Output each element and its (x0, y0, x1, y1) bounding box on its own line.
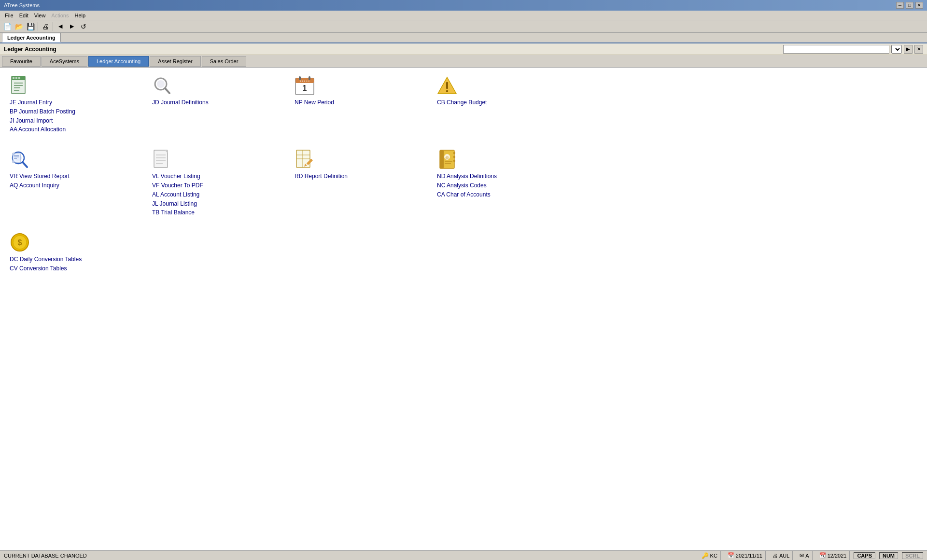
module-group-journal-entry: JE Journal Entry BP Journal Batch Postin… (10, 75, 152, 135)
link-vl-voucher-listing[interactable]: VL Voucher Listing (152, 172, 200, 181)
svg-rect-41 (440, 150, 444, 168)
module-group-analysis-definitions: @ ND Analysis Definitions NC Analysis Co… (437, 149, 579, 218)
view-stored-report-icon[interactable] (10, 149, 30, 169)
link-cb-change-budget[interactable]: CB Change Budget (437, 98, 487, 107)
minimize-button[interactable]: ─ (896, 2, 904, 9)
svg-rect-8 (18, 77, 20, 79)
scrl-indicator: SCRL (902, 552, 923, 559)
module-row-2: VR View Stored Report AQ Account Inquiry… (10, 149, 917, 218)
date-icon: 📅 (728, 552, 734, 559)
link-al-account-listing[interactable]: AL Account Listing (152, 191, 199, 199)
link-np-new-period[interactable]: NP New Period (295, 98, 334, 107)
module-row-3: $ DC Daily Conversion Tables CV Conversi… (10, 232, 917, 274)
maximize-button[interactable]: □ (906, 2, 913, 9)
svg-line-10 (165, 88, 169, 93)
change-budget-icon[interactable] (437, 75, 457, 96)
svg-rect-20 (446, 90, 448, 92)
status-kc: 🔑 KC (699, 551, 721, 560)
link-aq-account-inquiry[interactable]: AQ Account Inquiry (10, 182, 59, 190)
menu-edit[interactable]: Edit (16, 12, 31, 19)
svg-rect-28 (154, 150, 168, 168)
svg-rect-19 (446, 82, 448, 89)
svg-text:@: @ (445, 155, 449, 160)
breadcrumb: Ledger Accounting (4, 46, 56, 53)
close-button[interactable]: ✕ (915, 2, 923, 9)
menu-help[interactable]: Help (71, 12, 88, 19)
toolbar-refresh[interactable]: ↺ (78, 21, 89, 32)
link-bp-journal-batch-posting[interactable]: BP Journal Batch Posting (10, 108, 75, 116)
module-group-report-definition: RD Report Definition (295, 149, 437, 218)
title-controls: ─ □ ✕ (896, 2, 923, 9)
search-input[interactable] (783, 45, 889, 54)
link-jd-journal-definitions[interactable]: JD Journal Definitions (152, 98, 209, 107)
link-ji-journal-import[interactable]: JI Journal Import (10, 117, 53, 125)
module-group-journal-definitions: JD Journal Definitions (152, 75, 295, 135)
a-icon: ✉ (800, 552, 804, 559)
link-je-journal-entry[interactable]: JE Journal Entry (10, 98, 52, 107)
search-area: ▶ ✕ (783, 45, 923, 54)
toolbar-save[interactable]: 💾 (25, 21, 36, 32)
status-bar: CURRENT DATABASE CHANGED 🔑 KC 📅 2021/11/… (0, 550, 927, 560)
analysis-definitions-icon[interactable]: @ (437, 149, 457, 169)
title-bar: ATree Systems ─ □ ✕ (0, 0, 927, 11)
link-jl-journal-listing[interactable]: JL Journal Listing (152, 200, 197, 208)
sub-header: Ledger Accounting ▶ ✕ (0, 43, 927, 55)
link-ca-char-of-accounts[interactable]: CA Char of Accounts (437, 191, 491, 199)
svg-rect-24 (13, 153, 20, 163)
link-cv-conversion-tables[interactable]: CV Conversion Tables (10, 265, 67, 273)
nav-tab-sales-order[interactable]: Sales Order (202, 56, 247, 67)
search-close-button[interactable]: ✕ (914, 45, 923, 54)
voucher-listing-icon[interactable] (152, 149, 172, 169)
module-group-daily-conversion: $ DC Daily Conversion Tables CV Conversi… (10, 232, 152, 274)
search-button[interactable]: ▶ (904, 45, 913, 54)
toolbar-new[interactable]: 📄 (2, 21, 13, 32)
doc-tabs: Ledger Accounting (0, 33, 927, 43)
link-rd-report-definition[interactable]: RD Report Definition (295, 172, 348, 181)
new-period-icon[interactable]: 1 ▪ ▪ ▪ ▪ ▪ (295, 75, 315, 96)
search-dropdown[interactable] (891, 45, 902, 54)
daily-conversion-icon[interactable]: $ (10, 232, 30, 252)
status-period: 📆 12/2021 (816, 551, 850, 560)
link-nc-analysis-codes[interactable]: NC Analysis Codes (437, 182, 487, 190)
svg-line-23 (23, 162, 27, 167)
menu-bar: File Edit View Actions Help (0, 11, 927, 20)
doc-tab-ledger-accounting[interactable]: Ledger Accounting (2, 33, 61, 42)
journal-entry-icon[interactable] (10, 75, 30, 96)
toolbar-forward[interactable]: ▶ (67, 21, 77, 32)
link-dc-daily-conversion-tables[interactable]: DC Daily Conversion Tables (10, 255, 82, 264)
svg-rect-7 (15, 77, 17, 79)
nav-tab-asset-register[interactable]: Asset Register (150, 56, 201, 67)
toolbar-open[interactable]: 📂 (14, 21, 24, 32)
status-message: CURRENT DATABASE CHANGED (4, 553, 87, 559)
module-group-view-stored-report: VR View Stored Report AQ Account Inquiry (10, 149, 152, 218)
main-content: JE Journal Entry BP Journal Batch Postin… (0, 68, 927, 550)
menu-view[interactable]: View (31, 12, 49, 19)
svg-rect-47 (453, 156, 455, 158)
link-vr-view-stored-report[interactable]: VR View Stored Report (10, 172, 70, 181)
status-a: ✉ A (797, 551, 812, 560)
window-title: ATree Systems (4, 2, 40, 8)
link-vf-voucher-to-pdf[interactable]: VF Voucher To PDF (152, 182, 203, 190)
svg-text:$: $ (18, 238, 22, 247)
journal-definitions-icon[interactable] (152, 75, 172, 96)
toolbar-print[interactable]: 🖨 (40, 21, 51, 32)
nav-tabs: Favourite AceSystems Ledger Accounting A… (0, 55, 927, 68)
toolbar-separator-1 (38, 22, 38, 31)
nav-tab-favourite[interactable]: Favourite (2, 56, 41, 67)
toolbar-back[interactable]: ◀ (55, 21, 66, 32)
nav-tab-acesystems[interactable]: AceSystems (42, 56, 87, 67)
link-nd-analysis-definitions[interactable]: ND Analysis Definitions (437, 172, 497, 181)
link-tb-trial-balance[interactable]: TB Trial Balance (152, 209, 195, 217)
report-definition-icon[interactable] (295, 149, 315, 169)
status-date: 📅 2021/11/11 (725, 551, 766, 560)
menu-actions: Actions (48, 12, 71, 19)
status-aul: 🖨 AUL (770, 551, 793, 560)
svg-rect-6 (13, 77, 14, 79)
module-group-change-budget: CB Change Budget (437, 75, 579, 135)
status-right: 🔑 KC 📅 2021/11/11 🖨 AUL ✉ A 📆 12/2021 CA… (699, 551, 923, 560)
num-indicator: NUM (879, 552, 898, 559)
menu-file[interactable]: File (2, 12, 16, 19)
link-aa-account-allocation[interactable]: AA Account Allocation (10, 126, 66, 134)
nav-tab-ledger-accounting[interactable]: Ledger Accounting (88, 56, 149, 67)
module-group-new-period: 1 ▪ ▪ ▪ ▪ ▪ NP New Period (295, 75, 437, 135)
